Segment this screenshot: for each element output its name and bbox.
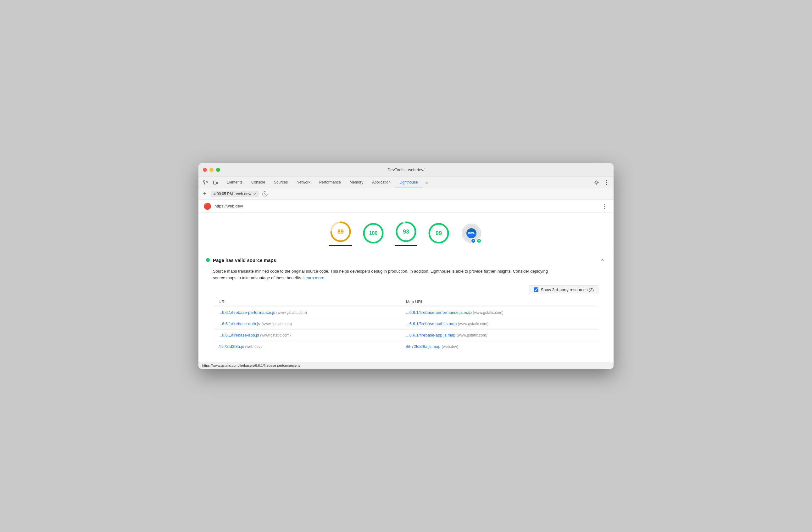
svg-rect-2 [216,182,218,184]
audit-description: Source maps translate minified code to t… [213,268,559,281]
score-value-99: 99 [436,230,442,236]
audit-title: Page has valid source maps [213,257,595,263]
audit-status-dot [206,258,210,262]
score-performance[interactable]: 89 [329,220,352,246]
toolbar-row: + 4:00:05 PM - web.dev/ [199,188,613,199]
row-map-0[interactable]: ...6.6.1/firebase-performance.js.map (ww… [406,310,593,315]
score-circles: 89 100 [329,220,483,246]
traffic-lights [203,168,220,172]
url-more-button[interactable]: ⋮ [600,201,609,211]
show-3rd-party-checkbox[interactable] [534,288,538,292]
status-bar: https://www.gstatic.com/firebasejs/6.6.1… [199,362,613,369]
panel-body: Page has valid source maps Source maps t… [199,251,613,362]
svg-rect-0 [203,181,205,182]
score-underline-89 [329,245,352,246]
tab-icon-group [201,178,220,187]
tab-lighthouse[interactable]: Lighthouse [395,177,422,188]
audit-item: Page has valid source maps Source maps t… [199,251,613,362]
table-section: URL Map URL ...6.6.1/firebase-performanc… [206,297,606,357]
row-url-3[interactable]: /lit-72fd3f8a.js (web.dev) [219,344,406,349]
learn-more-link[interactable]: Learn more [304,276,324,280]
score-value-89: 89 [337,228,344,235]
tab-performance[interactable]: Performance [315,177,345,188]
url-row: 🔴 https://web.dev/ ⋮ [199,199,613,213]
svg-point-5 [606,182,607,183]
svg-point-6 [606,184,607,185]
score-underline-93 [395,245,417,246]
lighthouse-badge-icon: 🔴 [203,202,211,210]
table-row: ...6.6.1/firebase-performance.js (www.gs… [214,307,598,318]
maximize-button[interactable] [216,168,220,172]
close-button[interactable] [203,168,207,172]
table-row: ...6.6.1/firebase-app.js (www.gstatic.co… [214,330,598,341]
tab-elements[interactable]: Elements [222,177,247,188]
tab-memory[interactable]: Memory [345,177,368,188]
score-pwa[interactable]: PWA [460,222,483,244]
tabs-right-buttons [592,178,611,187]
tab-network[interactable]: Network [292,177,315,188]
collapse-icon[interactable] [598,256,606,264]
pwa-circle: PWA [460,222,483,244]
devtools-tab-bar: Elements Console Sources Network Perform… [199,177,613,188]
score-accessibility[interactable]: 100 [362,222,385,244]
row-url-2[interactable]: ...6.6.1/firebase-app.js (www.gstatic.co… [219,333,406,337]
table-row: ...6.6.1/firebase-auth.js (www.gstatic.c… [214,318,598,330]
title-bar: DevTools - web.dev/ [199,163,613,177]
add-recording-button[interactable]: + [201,190,208,198]
tab-application[interactable]: Application [368,177,395,188]
status-url: https://www.gstatic.com/firebasejs/6.6.1… [202,364,300,367]
score-circle-89: 89 [329,220,352,243]
svg-point-3 [596,182,597,183]
scores-area: 89 100 [199,213,613,251]
score-value-100: 100 [369,230,378,236]
table-row: /lit-72fd3f8a.js (web.dev) /lit-72fd3f8a… [214,341,598,352]
svg-line-8 [263,193,266,195]
stop-recording-button[interactable] [261,191,268,197]
main-content: 🔴 https://web.dev/ ⋮ 89 [199,199,613,369]
settings-icon-button[interactable] [592,178,601,187]
row-url-1[interactable]: ...6.6.1/firebase-auth.js (www.gstatic.c… [219,321,406,326]
more-tabs-icon[interactable]: » [422,178,431,187]
table-header: URL Map URL [214,297,598,307]
row-map-3[interactable]: /lit-72fd3f8a.js.map (web.dev) [406,344,593,349]
tab-console[interactable]: Console [247,177,270,188]
row-map-1[interactable]: ...6.6.1/firebase-auth.js.map (www.gstat… [406,321,593,326]
recording-chip[interactable]: 4:00:05 PM - web.dev/ [211,191,259,197]
minimize-button[interactable] [209,168,214,172]
window-title: DevTools - web.dev/ [388,167,424,172]
page-url: https://web.dev/ [215,204,597,208]
show-3rd-party-row: Show 3rd-party resources (3) [206,283,606,297]
tab-sources[interactable]: Sources [270,177,292,188]
pwa-label: PWA [468,232,475,235]
score-circle-99: 99 [427,222,450,244]
score-seo[interactable]: 99 [427,222,450,244]
tabs-list: Elements Console Sources Network Perform… [222,177,590,188]
score-best-practices[interactable]: 93 [395,220,417,246]
col-header-map: Map URL [406,299,593,304]
audit-header[interactable]: Page has valid source maps [206,256,606,264]
inspect-icon-button[interactable] [201,178,210,187]
devtools-window: DevTools - web.dev/ Elements [199,163,613,369]
score-circle-100: 100 [362,222,385,244]
svg-point-4 [606,180,607,181]
score-value-93: 93 [403,228,409,235]
chevron-down-icon [253,192,256,195]
row-map-2[interactable]: ...6.6.1/firebase-app.js.map (www.gstati… [406,333,593,337]
device-toolbar-icon-button[interactable] [211,178,220,187]
row-url-0[interactable]: ...6.6.1/firebase-performance.js (www.gs… [219,310,406,315]
show-3rd-party-label[interactable]: Show 3rd-party resources (3) [529,285,598,294]
svg-rect-1 [214,181,216,184]
score-circle-93: 93 [395,220,417,243]
col-header-url: URL [219,299,406,304]
kebab-menu-button[interactable] [602,178,611,187]
stop-icon [262,191,267,197]
show-3rd-party-text: Show 3rd-party resources (3) [541,288,594,292]
